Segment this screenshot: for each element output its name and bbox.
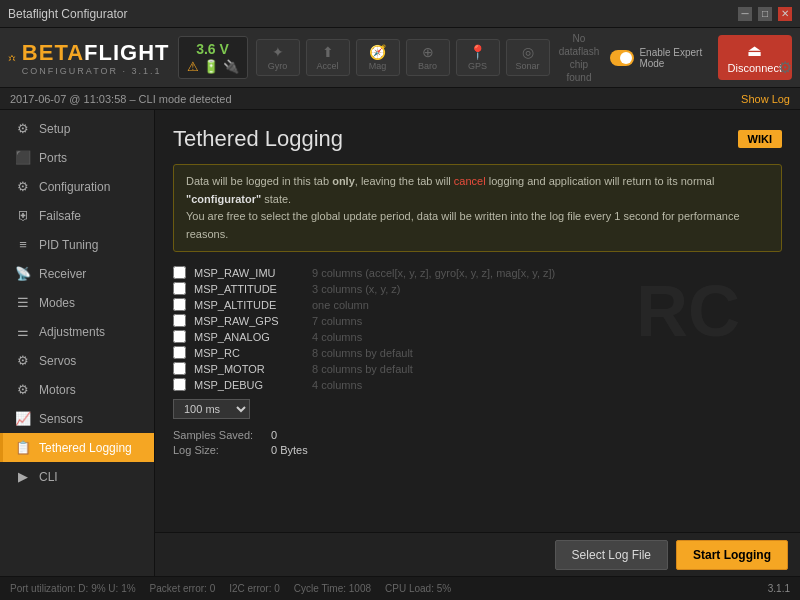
port-utilization: Port utilization: D: 9% U: 1% [10,583,136,594]
sidebar-item-pid-tuning[interactable]: ≡ PID Tuning [0,230,154,259]
sensor-sonar[interactable]: ◎ Sonar [506,39,550,76]
msp-analog-name: MSP_ANALOG [194,331,304,343]
log-option-msp-raw-gps: MSP_RAW_GPS 7 columns [173,314,782,327]
title-bar-controls: ─ □ ✕ [738,7,792,21]
msp-raw-gps-name: MSP_RAW_GPS [194,315,304,327]
close-button[interactable]: ✕ [778,7,792,21]
maximize-button[interactable]: □ [758,7,772,21]
battery-icon: 🔋 [203,59,219,74]
sidebar-item-servos[interactable]: ⚙ Servos [0,346,154,375]
settings-gear-button[interactable]: ⚙ [778,58,792,77]
sidebar-item-cli[interactable]: ▶ CLI [0,462,154,491]
sidebar-item-setup-label: Setup [39,122,70,136]
i2c-error: I2C error: 0 [229,583,280,594]
sidebar-item-modes[interactable]: ☰ Modes [0,288,154,317]
battery-voltage: 3.6 V [196,41,229,57]
packet-error: Packet error: 0 [150,583,216,594]
msp-analog-desc: 4 columns [312,331,362,343]
expert-mode-label: Enable Expert Mode [639,47,707,69]
msp-rc-name: MSP_RC [194,347,304,359]
sensor-mag[interactable]: 🧭 Mag [356,39,400,76]
info-box: Data will be logged in this tab only, le… [173,164,782,252]
sidebar-item-ports-label: Ports [39,151,67,165]
log-size-value: 0 Bytes [271,444,308,456]
msp-motor-desc: 8 columns by default [312,363,413,375]
modes-icon: ☰ [15,295,31,310]
msp-motor-checkbox[interactable] [173,362,186,375]
log-option-msp-raw-imu: MSP_RAW_IMU 9 columns (accel[x, y, z], g… [173,266,782,279]
msp-altitude-name: MSP_ALTITUDE [194,299,304,311]
status-message: 2017-06-07 @ 11:03:58 – CLI mode detecte… [10,93,232,105]
sidebar: ⚙ Setup ⬛ Ports ⚙ Configuration ⛨ Failsa… [0,110,155,576]
footer: Port utilization: D: 9% U: 1% Packet err… [0,576,800,600]
log-option-msp-attitude: MSP_ATTITUDE 3 columns (x, y, z) [173,282,782,295]
msp-analog-checkbox[interactable] [173,330,186,343]
sidebar-item-adjustments-label: Adjustments [39,325,105,339]
gps-icon: 📍 [469,44,486,60]
log-option-msp-rc: MSP_RC 8 columns by default [173,346,782,359]
sensor-baro[interactable]: ⊕ Baro [406,39,450,76]
sidebar-item-sensors-label: Sensors [39,412,83,426]
configuration-icon: ⚙ [15,179,31,194]
msp-rc-checkbox[interactable] [173,346,186,359]
sidebar-item-motors[interactable]: ⚙ Motors [0,375,154,404]
accel-label: Accel [317,61,339,71]
msp-attitude-checkbox[interactable] [173,282,186,295]
logo-eagle [8,39,16,77]
msp-altitude-checkbox[interactable] [173,298,186,311]
msp-debug-name: MSP_DEBUG [194,379,304,391]
sidebar-item-configuration-label: Configuration [39,180,110,194]
sidebar-item-pid-label: PID Tuning [39,238,98,252]
sensor-accel[interactable]: ⬆ Accel [306,39,350,76]
battery-icons: ⚠ 🔋 🔌 [187,59,239,74]
logo-main: BETAFLIGHT [22,40,170,66]
sidebar-item-failsafe[interactable]: ⛨ Failsafe [0,201,154,230]
sonar-icon: ◎ [522,44,534,60]
start-logging-button[interactable]: Start Logging [676,540,788,570]
msp-debug-checkbox[interactable] [173,378,186,391]
sensor-gps[interactable]: 📍 GPS [456,39,500,76]
msp-raw-imu-checkbox[interactable] [173,266,186,279]
tethered-icon: 📋 [15,440,31,455]
interval-select[interactable]: 100 ms 200 ms 500 ms 1000 ms [173,399,250,419]
toolbar: BETAFLIGHT CONFIGURATOR · 3.1.1 3.6 V ⚠ … [0,28,800,88]
info-line2: You are free to select the global update… [186,208,769,243]
setup-icon: ⚙ [15,121,31,136]
sidebar-item-ports[interactable]: ⬛ Ports [0,143,154,172]
msp-raw-gps-desc: 7 columns [312,315,362,327]
sidebar-item-receiver[interactable]: 📡 Receiver [0,259,154,288]
minimize-button[interactable]: ─ [738,7,752,21]
expert-mode-switch[interactable] [610,50,634,66]
sidebar-item-configuration[interactable]: ⚙ Configuration [0,172,154,201]
no-dataflash-label: No dataflash chip found [558,32,601,84]
plug-icon: 🔌 [223,59,239,74]
gps-label: GPS [468,61,487,71]
sidebar-item-adjustments[interactable]: ⚌ Adjustments [0,317,154,346]
logo-beta: BETA [22,40,84,65]
sensor-gyro[interactable]: ✦ Gyro [256,39,300,76]
sidebar-item-tethered-logging[interactable]: 📋 Tethered Logging [0,433,154,462]
msp-raw-gps-checkbox[interactable] [173,314,186,327]
sidebar-item-cli-label: CLI [39,470,58,484]
servos-icon: ⚙ [15,353,31,368]
sidebar-item-sensors[interactable]: 📈 Sensors [0,404,154,433]
baro-icon: ⊕ [422,44,434,60]
footer-version: 3.1.1 [768,583,790,594]
logo-text: BETAFLIGHT CONFIGURATOR · 3.1.1 [22,40,170,76]
sidebar-item-setup[interactable]: ⚙ Setup [0,114,154,143]
log-option-msp-analog: MSP_ANALOG 4 columns [173,330,782,343]
cycle-time: Cycle Time: 1008 [294,583,371,594]
status-bar: 2017-06-07 @ 11:03:58 – CLI mode detecte… [0,88,800,110]
receiver-icon: 📡 [15,266,31,281]
wiki-button[interactable]: WIKI [738,130,782,148]
sidebar-item-servos-label: Servos [39,354,76,368]
info-line1: Data will be logged in this tab only, le… [186,173,769,208]
select-log-file-button[interactable]: Select Log File [555,540,668,570]
samples-label: Samples Saved: [173,429,263,441]
expert-mode-toggle[interactable]: Enable Expert Mode [610,47,707,69]
disconnect-label: Disconnect [728,62,782,74]
accel-icon: ⬆ [322,44,334,60]
show-log-button[interactable]: Show Log [741,93,790,105]
warning-icon: ⚠ [187,59,199,74]
logo-area: BETAFLIGHT CONFIGURATOR · 3.1.1 [8,39,170,77]
